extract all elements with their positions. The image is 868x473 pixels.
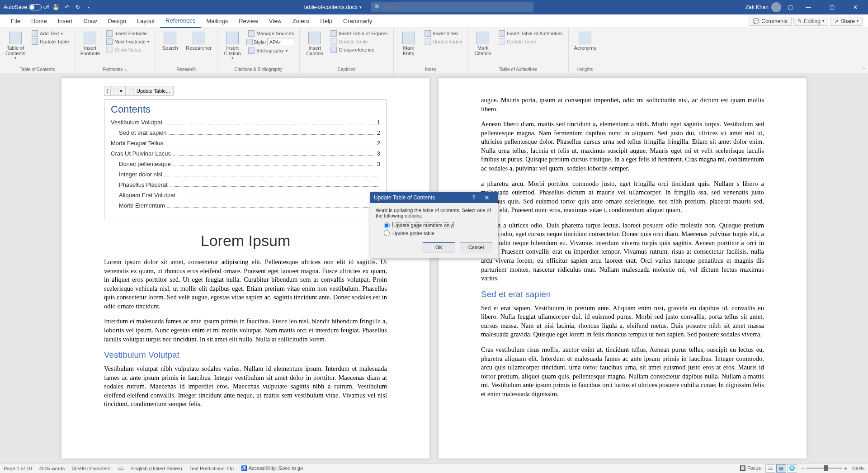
document-heading-2[interactable]: Vestibulum Volutpat: [104, 350, 387, 360]
share-button[interactable]: ↗ Share: [830, 17, 863, 26]
toc-handle-icon[interactable]: ⋮: [104, 86, 111, 95]
toc-update-button[interactable]: 📄 Update Table...: [126, 86, 173, 95]
update-authorities-button[interactable]: Update Table: [497, 38, 564, 45]
paragraph[interactable]: Aenean libero diam, mattis sed tincidunt…: [481, 120, 764, 173]
insert-citation-button[interactable]: Insert Citation: [221, 30, 244, 62]
insert-endnote-button[interactable]: Insert Endnote: [104, 30, 151, 37]
tab-home[interactable]: Home: [26, 14, 52, 28]
update-index-button[interactable]: Update Index: [423, 38, 464, 45]
radio-input-2[interactable]: [384, 230, 390, 236]
zoom-out-button[interactable]: −: [802, 466, 804, 471]
next-footnote-button[interactable]: Next Footnote: [104, 38, 151, 45]
document-title[interactable]: table-of-contents.docx ▾: [304, 4, 362, 10]
document-heading-1[interactable]: Lorem Ipsum: [104, 232, 387, 250]
search-input[interactable]: [384, 4, 530, 10]
tab-draw[interactable]: Draw: [78, 14, 102, 28]
tab-design[interactable]: Design: [103, 14, 132, 28]
tab-insert[interactable]: Insert: [52, 14, 78, 28]
radio-input-1[interactable]: [384, 222, 390, 228]
insert-table-of-figures-button[interactable]: Insert Table of Figures: [329, 30, 390, 37]
table-of-contents[interactable]: Contents Vestibulum Volutpat1Sed et erat…: [104, 99, 387, 219]
view-read-mode-button[interactable]: 📖: [765, 464, 775, 473]
qat-more-icon[interactable]: [85, 4, 92, 11]
tab-file[interactable]: File: [5, 14, 26, 28]
search-box[interactable]: 🔍: [371, 2, 533, 12]
insert-index-button[interactable]: Insert Index: [423, 30, 464, 37]
toc-row[interactable]: Aliquam Erat Volutpat: [111, 192, 380, 199]
status-predictions[interactable]: Text Predictions: On: [189, 466, 234, 471]
show-notes-button[interactable]: Show Notes: [104, 46, 151, 53]
mark-entry-button[interactable]: Mark Entry: [397, 30, 420, 58]
editing-button[interactable]: ✎ Editing: [793, 17, 828, 26]
zoom-value[interactable]: 100%: [852, 466, 864, 471]
status-words[interactable]: 4505 words: [39, 466, 65, 471]
status-accessibility[interactable]: ♿ Accessibility: Good to go: [241, 465, 303, 471]
paragraph[interactable]: Lorem ipsum dolor sit amet, consectetur …: [104, 258, 387, 311]
ribbon-display-icon[interactable]: ▢: [787, 4, 794, 11]
status-language[interactable]: English (United States): [131, 466, 182, 471]
paragraph[interactable]: Vestibulum volutpat nibh vulputate sodal…: [104, 364, 387, 409]
undo-icon[interactable]: ↶: [63, 4, 71, 11]
toc-row[interactable]: Integer dolor nisi: [111, 171, 380, 178]
dialog-close-button[interactable]: ✕: [480, 194, 494, 201]
cross-reference-button[interactable]: Cross-reference: [329, 46, 390, 53]
toc-row[interactable]: Vestibulum Volutpat1: [111, 119, 380, 126]
tab-view[interactable]: View: [264, 14, 287, 28]
add-text-button[interactable]: Add Text: [30, 30, 71, 37]
insert-footnote-button[interactable]: Insert Footnote: [79, 30, 102, 58]
paragraph[interactable]: augue. Mauris porta, ipsum at consequat …: [481, 96, 764, 114]
tab-layout[interactable]: Layout: [132, 14, 160, 28]
toc-row[interactable]: Sed et erat sapien2: [111, 129, 380, 136]
ok-button[interactable]: OK: [423, 242, 455, 252]
paragraph[interactable]: Cras vestibulum risus mollis, auctor eni…: [481, 345, 764, 398]
toc-row[interactable]: Cras Ut Pulvinar Lacus3: [111, 150, 380, 157]
comments-button[interactable]: 💬 Comments: [749, 17, 792, 26]
toc-field-controls[interactable]: ⋮ 📄▾ 📄 Update Table...: [104, 86, 174, 96]
insert-authorities-button[interactable]: Insert Table of Authorities: [497, 30, 564, 37]
focus-button[interactable]: 🔲 Focus: [740, 465, 761, 471]
mark-citation-button[interactable]: Mark Citation: [472, 30, 494, 58]
style-combo[interactable]: APA: [267, 38, 294, 46]
paragraph[interactable]: Nullam a ultrices odio. Duis pharetra tu…: [481, 221, 764, 283]
toc-row[interactable]: Morbi Feugiat Tellus2: [111, 140, 380, 147]
tab-mailings[interactable]: Mailings: [201, 14, 234, 28]
close-button[interactable]: ✕: [846, 0, 864, 14]
maximize-button[interactable]: ▢: [823, 0, 841, 14]
insert-caption-button[interactable]: Insert Caption: [303, 30, 326, 58]
save-icon[interactable]: 💾: [52, 4, 60, 11]
page-1[interactable]: ⋮ 📄▾ 📄 Update Table... Contents Vestibul…: [61, 78, 429, 459]
redo-icon[interactable]: ↻: [74, 4, 81, 11]
document-heading-2[interactable]: Sed et erat sapien: [481, 289, 764, 299]
toc-row[interactable]: Phasellus Placerat: [111, 181, 380, 188]
bibliography-button[interactable]: Bibliography: [246, 47, 296, 54]
autosave-toggle[interactable]: AutoSave Off: [4, 4, 49, 10]
paragraph[interactable]: Sed et erat sapien. Vestibulum in pretiu…: [481, 304, 764, 339]
update-figures-button[interactable]: Update Table: [329, 38, 390, 45]
researcher-button[interactable]: Researcher: [184, 30, 213, 52]
minimize-button[interactable]: —: [799, 0, 817, 14]
dialog-help-button[interactable]: ?: [468, 194, 480, 201]
status-chars[interactable]: 30590 characters: [72, 466, 110, 471]
tab-review[interactable]: Review: [233, 14, 264, 28]
update-table-button[interactable]: Update Table: [30, 38, 71, 45]
zoom-in-button[interactable]: +: [844, 466, 847, 471]
acronyms-button[interactable]: Acronyms: [572, 30, 598, 52]
search-button[interactable]: Search: [159, 30, 181, 52]
view-print-layout-button[interactable]: ▤: [776, 464, 786, 473]
toc-row[interactable]: Donec pellentesque3: [111, 161, 380, 167]
tab-references[interactable]: References: [160, 14, 201, 28]
toc-layout-dropdown[interactable]: 📄▾: [111, 86, 126, 95]
cancel-button[interactable]: Cancel: [460, 242, 492, 252]
radio-entire-table[interactable]: Update entire table: [384, 230, 492, 236]
tab-zotero[interactable]: Zotero: [287, 14, 315, 28]
status-page[interactable]: Page 1 of 10: [4, 466, 32, 471]
user-account[interactable]: Zak Khan: [745, 2, 781, 12]
tab-help[interactable]: Help: [315, 14, 338, 28]
toc-row[interactable]: Morbi Elementum: [111, 202, 380, 209]
page-2[interactable]: augue. Mauris porta, ipsum at consequat …: [439, 78, 807, 459]
tab-grammarly[interactable]: Grammarly: [338, 14, 377, 28]
collapse-ribbon-icon[interactable]: ⌃: [862, 67, 865, 72]
paragraph[interactable]: a pharetra arcu. Morbi porttitor commodo…: [481, 180, 764, 215]
status-spell-icon[interactable]: 📖: [118, 465, 124, 471]
manage-sources-button[interactable]: Manage Sources: [246, 30, 296, 37]
